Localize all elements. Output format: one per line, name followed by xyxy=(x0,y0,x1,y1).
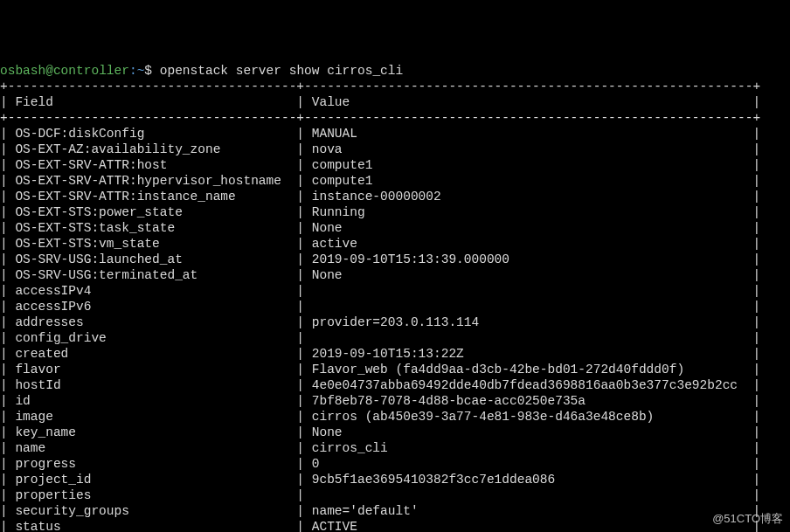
table-row: | accessIPv6 | | xyxy=(0,300,760,314)
table-row: | accessIPv4 | | xyxy=(0,284,760,298)
watermark: @51CTO博客 xyxy=(712,511,783,527)
table-row: | hostId | 4e0e04737abba69492dde40db7fde… xyxy=(0,378,760,392)
table-row: | status | ACTIVE | xyxy=(0,520,760,532)
table-row: | OS-EXT-STS:vm_state | active | xyxy=(0,237,760,251)
table-row: | project_id | 9cb5f1ae3695410382f3cc7e1… xyxy=(0,473,760,487)
table-row: | id | 7bf8eb78-7078-4d88-bcae-acc0250e7… xyxy=(0,394,760,408)
table-row: | image | cirros (ab450e39-3a77-4e81-983… xyxy=(0,410,760,424)
table-row: | addresses | provider=203.0.113.114 | xyxy=(0,315,760,329)
table-sep-header: +--------------------------------------+… xyxy=(0,111,760,125)
table-row: | OS-EXT-SRV-ATTR:hypervisor_hostname | … xyxy=(0,174,760,188)
table-row: | OS-DCF:diskConfig | MANUAL | xyxy=(0,127,760,141)
table-row: | flavor | Flavor_web (fa4dd9aa-d3cb-42b… xyxy=(0,363,760,377)
table-row: | properties | | xyxy=(0,488,760,502)
table-sep-top: +--------------------------------------+… xyxy=(0,79,760,93)
table-row: | OS-EXT-STS:power_state | Running | xyxy=(0,205,760,219)
table-row: | security_groups | name='default' | xyxy=(0,504,760,518)
prompt-host: @controller xyxy=(45,64,129,78)
table-row: | OS-SRV-USG:terminated_at | None | xyxy=(0,268,760,282)
table-row: | progress | 0 | xyxy=(0,457,760,471)
table-row: | OS-EXT-SRV-ATTR:host | compute1 | xyxy=(0,158,760,172)
prompt-colon: : xyxy=(129,64,137,78)
table-row: | OS-EXT-AZ:availability_zone | nova | xyxy=(0,142,760,156)
table-row: | key_name | None | xyxy=(0,425,760,439)
table-row: | OS-EXT-STS:task_state | None | xyxy=(0,221,760,235)
table-row: | OS-SRV-USG:launched_at | 2019-09-10T15… xyxy=(0,252,760,266)
terminal-output: osbash@controller:~$ openstack server sh… xyxy=(0,63,790,532)
command-text: openstack server show cirros_cli xyxy=(160,64,403,78)
prompt-user: osbash xyxy=(0,64,45,78)
table-row: | OS-EXT-SRV-ATTR:instance_name | instan… xyxy=(0,190,760,204)
prompt-dollar: $ xyxy=(144,64,159,78)
table-header: | Field | Value | xyxy=(0,95,760,109)
table-row: | created | 2019-09-10T15:13:22Z | xyxy=(0,347,760,361)
table-row: | config_drive | | xyxy=(0,331,760,345)
table-row: | name | cirros_cli | xyxy=(0,441,760,455)
